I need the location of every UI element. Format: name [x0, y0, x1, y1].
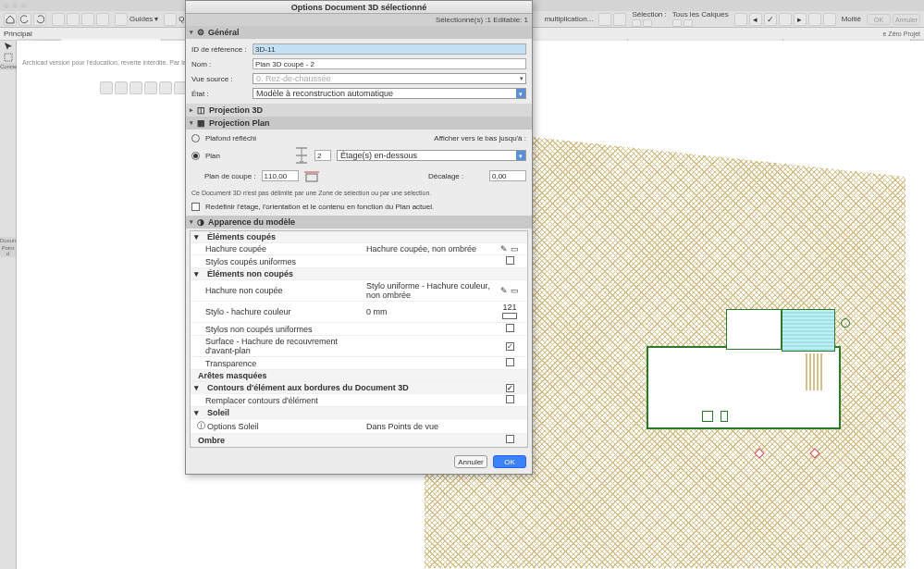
tree-row-hachure-non[interactable]: Hachure non coupéeStylo uniforme - Hachu… — [191, 280, 527, 302]
mini-5-icon[interactable] — [159, 81, 172, 94]
column-tool-icon[interactable] — [1, 104, 16, 115]
checkbox[interactable] — [506, 324, 514, 332]
stop-icon[interactable] — [779, 13, 792, 26]
decalage-input[interactable] — [489, 170, 526, 181]
tree-row-ombre[interactable]: Ombre — [191, 434, 527, 447]
tree-row-stylos-coupes[interactable]: Stylos coupés uniformes — [191, 255, 527, 268]
plafond-radio[interactable] — [191, 134, 200, 142]
etage-count-input[interactable] — [314, 150, 331, 161]
traffic-lights[interactable] — [4, 3, 26, 8]
palette-icon[interactable] — [734, 13, 747, 26]
pen-icon[interactable]: ✎ — [500, 286, 508, 295]
hotspot-tool-icon[interactable] — [1, 357, 16, 368]
guides-icon[interactable] — [115, 13, 128, 26]
change-tool-icon[interactable] — [1, 446, 16, 457]
wand-icon[interactable] — [96, 13, 109, 26]
zone-tool-icon[interactable] — [1, 215, 16, 226]
sel-mode-1[interactable] — [632, 19, 641, 27]
pen-icon[interactable] — [823, 13, 836, 26]
zero-projet-label[interactable]: e Zéro Projet — [883, 31, 920, 37]
slab-tool-icon[interactable] — [1, 126, 16, 137]
mini-4-icon[interactable] — [144, 81, 157, 94]
tree-row-stylo-hachure[interactable]: Stylo - hachure couleur0 mm121 — [191, 302, 527, 323]
grid-icon[interactable] — [164, 13, 177, 26]
tree-group-non-coupes[interactable]: ▾Éléments non coupés — [191, 268, 527, 280]
detail-tool-icon[interactable] — [1, 435, 16, 446]
nav-prev-icon[interactable]: ◂ — [749, 13, 762, 26]
label-tool-icon[interactable] — [1, 291, 16, 302]
level-tool-icon[interactable] — [1, 268, 16, 279]
tree-row-hachure-coupee[interactable]: Hachure coupéeHachure coupée, non ombrée… — [191, 243, 527, 255]
camera-tool-icon[interactable] — [1, 468, 16, 479]
drawing-tool-icon[interactable] — [1, 379, 16, 390]
grid-tool-icon[interactable] — [1, 457, 16, 468]
stair-tool-icon[interactable] — [1, 137, 16, 148]
tree-row-soleil[interactable]: ▾Soleil — [191, 407, 527, 419]
tree-row-surface[interactable]: Surface - Hachure de recouvrement d'avan… — [191, 336, 527, 357]
dim-tool-icon[interactable] — [1, 257, 16, 268]
text-tool-icon[interactable] — [1, 279, 16, 291]
checkbox[interactable] — [506, 358, 514, 366]
object-tool-icon[interactable] — [1, 204, 16, 215]
vue-source-select[interactable]: 0. Rez-de-chaussée — [253, 73, 526, 84]
pen-icon[interactable]: ✎ — [500, 244, 508, 254]
tree-row-aretes[interactable]: Arêtes masquées — [191, 370, 527, 382]
tree-row-contours[interactable]: ▾Contours d'élément aux bordures du Docu… — [191, 382, 527, 394]
mini-3-icon[interactable] — [129, 81, 142, 94]
tree-row-transparence[interactable]: Transparence — [191, 357, 527, 370]
checkbox[interactable] — [506, 256, 514, 265]
section-projection-plan[interactable]: ▾▦Projection Plan — [186, 117, 532, 130]
roof-tool-icon[interactable] — [1, 148, 16, 159]
tree-row-options-soleil[interactable]: ⓘOptions SoleilDans Points de vue — [191, 419, 527, 434]
pen-swatch[interactable] — [502, 313, 517, 319]
section-tool-icon[interactable] — [1, 390, 16, 402]
morph-tool-icon[interactable] — [1, 192, 16, 204]
beam-tool-icon[interactable] — [1, 115, 16, 126]
checkbox[interactable] — [506, 384, 514, 392]
redo-icon[interactable] — [33, 13, 46, 26]
minimize-dot[interactable] — [12, 3, 18, 8]
curtain-tool-icon[interactable] — [1, 181, 16, 192]
check-icon[interactable]: ✓ — [764, 13, 777, 26]
window-tool-icon[interactable] — [1, 93, 16, 104]
plan-radio[interactable] — [191, 152, 200, 160]
line-tool-icon[interactable] — [1, 313, 16, 324]
marker-pen-icon[interactable] — [81, 13, 94, 26]
undo-icon[interactable] — [18, 13, 31, 26]
worksheet-tool-icon[interactable] — [1, 424, 16, 435]
mesh-tool-icon[interactable] — [1, 226, 16, 237]
shell-tool-icon[interactable] — [1, 159, 16, 170]
section-projection-3d[interactable]: ▸◫Projection 3D — [186, 104, 532, 117]
interior-tool-icon[interactable] — [1, 413, 16, 424]
door-tool-icon[interactable] — [1, 81, 16, 93]
checkbox[interactable] — [506, 395, 514, 403]
redef-checkbox[interactable] — [191, 203, 200, 211]
arrow-tool-icon[interactable] — [1, 41, 16, 52]
options-icon[interactable]: ▭ — [511, 244, 519, 254]
elevate-icon[interactable] — [613, 13, 626, 26]
fill-tool-icon[interactable] — [1, 302, 16, 313]
chevron-down-icon[interactable]: ▾ — [154, 15, 158, 23]
nav-next-icon[interactable]: ▸ — [794, 13, 807, 26]
layer-mode-2[interactable] — [684, 19, 693, 27]
section-apparence[interactable]: ▾◑Apparence du modèle — [186, 216, 532, 229]
sel-mode-2[interactable] — [643, 19, 652, 27]
mini-1-icon[interactable] — [100, 81, 113, 94]
etage-select[interactable]: Étage(s) en-dessous — [337, 150, 526, 161]
section-general[interactable]: ▾⚙Général — [186, 26, 532, 39]
home-icon[interactable] — [4, 13, 17, 26]
id-ref-input[interactable] — [253, 43, 526, 55]
skylight-tool-icon[interactable] — [1, 170, 16, 181]
half-label[interactable]: Moitié — [842, 16, 861, 22]
close-dot[interactable] — [4, 3, 9, 8]
tree-row-remplacer[interactable]: Remplacer contours d'élément — [191, 394, 527, 407]
figure-tool-icon[interactable] — [1, 368, 16, 379]
window-icon[interactable] — [808, 13, 821, 26]
tool-icon-2[interactable] — [67, 13, 80, 26]
layer-mode-1[interactable] — [672, 19, 682, 27]
ok-button[interactable]: OK — [493, 455, 526, 468]
etat-select[interactable]: Modèle à reconstruction automatique — [253, 88, 526, 99]
wall-tool-icon[interactable] — [1, 70, 16, 81]
mini-2-icon[interactable] — [115, 81, 128, 94]
nom-input[interactable] — [253, 58, 526, 69]
